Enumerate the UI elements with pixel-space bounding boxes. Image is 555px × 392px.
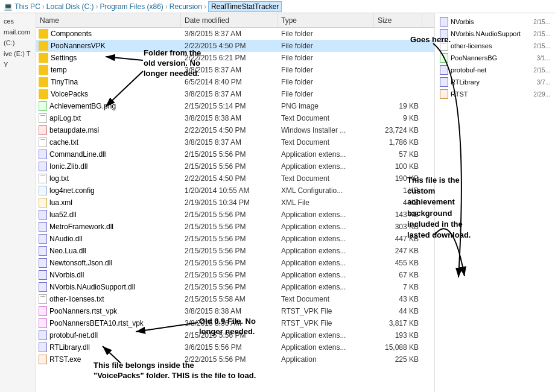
file-row[interactable]: apiLog.txt 3/8/2015 8:38 AM Text Documen… — [36, 112, 434, 124]
file-type-cell: Application extens... — [278, 223, 374, 231]
file-date-cell: 3/8/2015 8:37 AM — [181, 90, 278, 98]
file-date-cell: 2/15/2015 5:56 PM — [181, 235, 278, 243]
file-row[interactable]: AchievementBG.png 2/15/2015 5:14 PM PNG … — [36, 100, 434, 112]
dll-icon — [39, 162, 47, 171]
file-row[interactable]: cache.txt 3/8/2015 8:37 AM Text Document… — [36, 136, 434, 148]
file-size-cell: 100 KB — [374, 162, 422, 171]
file-name-label: apiLog.txt — [49, 114, 81, 122]
file-row[interactable]: lua52.dll 2/15/2015 5:56 PM Application … — [36, 209, 434, 221]
right-file-row[interactable]: NVorbis 2/15... — [437, 16, 553, 28]
file-name-label: cache.txt — [49, 138, 78, 147]
file-size-cell: 15,088 KB — [374, 343, 422, 352]
file-type-cell: PNG image — [278, 102, 374, 110]
file-row[interactable]: betaupdate.msi 2/22/2015 4:50 PM Windows… — [36, 124, 434, 136]
breadcrumb-recursion[interactable]: Recursion — [170, 2, 202, 11]
file-date-cell: 2/15/2015 5:56 PM — [181, 259, 278, 267]
file-name-label: TinyTina — [51, 78, 78, 86]
file-type-cell: Text Document — [278, 174, 374, 183]
file-name-cell: protobuf-net.dll — [36, 330, 181, 340]
file-row[interactable]: NVorbis.NAudioSupport.dll 2/15/2015 5:56… — [36, 281, 434, 293]
sidebar-item-mail[interactable]: mail.com — [0, 27, 36, 37]
file-row[interactable]: Ionic.Zlib.dll 2/15/2015 5:56 PM Applica… — [36, 160, 434, 172]
file-row[interactable]: PooNannersVPK 2/22/2015 4:50 PM File fol… — [36, 40, 434, 52]
col-header-name[interactable]: Name — [36, 13, 181, 27]
file-name-cell: lua52.dll — [36, 210, 181, 220]
breadcrumb-this-pc[interactable]: 💻 This PC — [4, 2, 40, 11]
sidebar-item-c[interactable]: (C:) — [0, 37, 36, 48]
col-header-date[interactable]: Date modified — [181, 13, 278, 27]
file-list[interactable]: Components 3/8/2015 8:37 AM File folder … — [36, 28, 434, 392]
folder-icon — [39, 89, 48, 99]
file-row[interactable]: temp 3/8/2015 8:37 AM File folder — [36, 64, 434, 76]
file-date-cell: 2/19/2015 10:34 PM — [181, 198, 278, 207]
dll-icon — [39, 282, 47, 292]
file-type-cell: XML File — [278, 198, 374, 207]
file-name-cell: RTST.exe — [36, 355, 181, 364]
dll-icon — [39, 210, 47, 220]
breadcrumb-active[interactable]: RealTimeStatTracker — [208, 1, 282, 12]
file-row[interactable]: log4net.config 1/20/2014 10:55 AM XML Co… — [36, 185, 434, 197]
dll-icon — [39, 258, 47, 268]
file-row[interactable]: PooNanners.rtst_vpk 3/8/2015 8:38 AM RTS… — [36, 305, 434, 317]
breadcrumb-program-files[interactable]: Program Files (x86) — [100, 2, 163, 11]
sidebar-item-ces[interactable]: ces — [0, 16, 36, 27]
sidebar-item-e[interactable]: ive (E:) T — [0, 48, 36, 59]
file-name-cell: PooNannersBETA10.rtst_vpk — [36, 318, 181, 328]
file-row[interactable]: Settings 2/22/2015 6:21 PM File folder — [36, 52, 434, 64]
file-row[interactable]: other-licenses.txt 2/15/2015 5:58 AM Tex… — [36, 293, 434, 305]
dll-icon — [39, 222, 47, 232]
file-row[interactable]: lua.xml 2/19/2015 10:34 PM XML File 4 KB — [36, 197, 434, 209]
file-type-cell: XML Configuratio... — [278, 186, 374, 195]
file-name-label: AchievementBG.png — [49, 102, 116, 110]
file-type-cell: File folder — [278, 66, 374, 74]
png-icon — [39, 101, 47, 111]
col-header-size[interactable]: Size — [374, 13, 422, 27]
file-row[interactable]: Components 3/8/2015 8:37 AM File folder — [36, 28, 434, 40]
file-name-cell: TinyTina — [36, 77, 181, 87]
file-type-cell: File folder — [278, 90, 374, 98]
sidebar-item-y[interactable]: Y — [0, 59, 36, 70]
breadcrumb-local-disk[interactable]: Local Disk (C:) — [46, 2, 94, 11]
file-name-label: NVorbis.dll — [49, 271, 84, 279]
file-row[interactable]: PooNannersBETA10.rtst_vpk 3/8/2015 8:36 … — [36, 317, 434, 329]
txt-icon — [440, 41, 448, 51]
file-row[interactable]: CommandLine.dll 2/15/2015 5:56 PM Applic… — [36, 148, 434, 160]
file-type-cell: Application extens... — [278, 283, 374, 291]
dll-icon — [440, 29, 448, 39]
file-date-cell: 2/15/2015 5:56 PM — [181, 150, 278, 159]
file-name-label: protobuf-net.dll — [49, 331, 98, 340]
file-row[interactable]: log.txt 2/22/2015 4:50 PM Text Document … — [36, 172, 434, 185]
file-row[interactable]: protobuf-net.dll 2/15/2015 5:56 PM Appli… — [36, 329, 434, 341]
file-name-label: Settings — [51, 54, 77, 62]
file-name-label: Newtonsoft.Json.dll — [49, 259, 112, 267]
right-file-row[interactable]: RTST 2/29... — [437, 88, 553, 100]
file-row[interactable]: RTLibrary.dll 3/6/2015 5:56 PM Applicati… — [36, 341, 434, 353]
file-row[interactable]: MetroFramework.dll 2/15/2015 5:56 PM App… — [36, 221, 434, 233]
right-file-row[interactable]: PooNannersBG 3/1... — [437, 52, 553, 64]
file-row[interactable]: NVorbis.dll 2/15/2015 5:56 PM Applicatio… — [36, 269, 434, 281]
file-row[interactable]: TinyTina 6/5/2014 8:40 PM File folder — [36, 76, 434, 88]
file-type-cell: Windows Installer ... — [278, 126, 374, 134]
right-file-row[interactable]: protobuf-net 2/15... — [437, 64, 553, 76]
file-name-cell: log4net.config — [36, 186, 181, 195]
file-type-cell: Application extens... — [278, 150, 374, 159]
file-row[interactable]: Newtonsoft.Json.dll 2/15/2015 5:56 PM Ap… — [36, 257, 434, 269]
file-row[interactable]: NAudio.dll 2/15/2015 5:56 PM Application… — [36, 233, 434, 245]
right-file-row[interactable]: other-licenses 2/15... — [437, 40, 553, 52]
file-row[interactable]: VoicePacks 3/8/2015 8:37 AM File folder — [36, 88, 434, 100]
file-type-cell: Application extens... — [278, 331, 374, 340]
file-name-cell: Ionic.Zlib.dll — [36, 162, 181, 171]
right-file-row[interactable]: RTLibrary 3/7... — [437, 76, 553, 88]
file-size-cell: 23,724 KB — [374, 126, 422, 134]
col-header-type[interactable]: Type — [278, 13, 374, 27]
right-file-row[interactable]: NVorbis.NAudioSupport 2/15... — [437, 28, 553, 40]
file-row[interactable]: RTST.exe 2/22/2015 5:56 PM Application 2… — [36, 353, 434, 365]
file-size-cell: 1,786 KB — [374, 138, 422, 147]
file-type-cell: RTST_VPK File — [278, 319, 374, 327]
address-bar: 💻 This PC › Local Disk (C:) › Program Fi… — [0, 0, 555, 13]
file-name-cell: betaupdate.msi — [36, 125, 181, 135]
file-name-cell: Newtonsoft.Json.dll — [36, 258, 181, 268]
right-panel: NVorbis 2/15... NVorbis.NAudioSupport 2/… — [434, 13, 555, 392]
file-row[interactable]: Neo.Lua.dll 2/15/2015 5:56 PM Applicatio… — [36, 245, 434, 257]
file-size-cell: 44 KB — [374, 307, 422, 315]
